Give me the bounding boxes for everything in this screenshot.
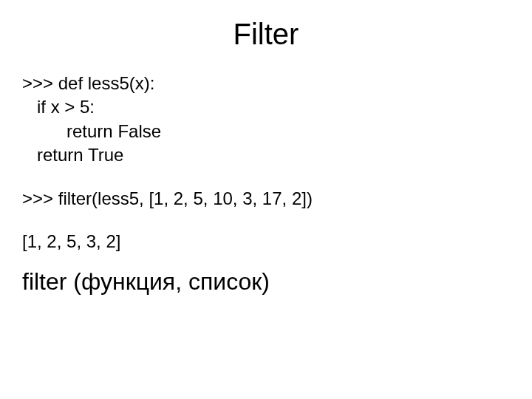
code-line-if: if x > 5: bbox=[22, 97, 95, 117]
code-line-return-true: return True bbox=[22, 145, 123, 165]
summary-line: filter (функция, список) bbox=[22, 267, 510, 298]
slide-title: Filter bbox=[22, 18, 510, 51]
code-call-line: >>> filter(less5, [1, 2, 5, 10, 3, 17, 2… bbox=[22, 187, 510, 211]
code-definition-block: >>> def less5(x): if x > 5: return False… bbox=[22, 72, 510, 168]
code-line-def: >>> def less5(x): bbox=[22, 73, 154, 93]
code-line-return-false: return False bbox=[22, 121, 161, 141]
code-result-line: [1, 2, 5, 3, 2] bbox=[22, 230, 510, 253]
slide-container: Filter >>> def less5(x): if x > 5: retur… bbox=[0, 0, 532, 399]
